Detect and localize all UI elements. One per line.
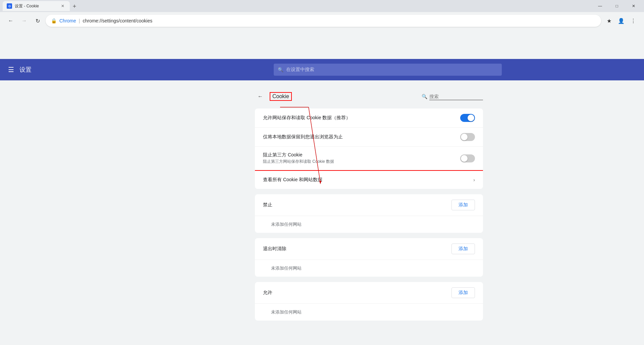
allow-cookies-toggle[interactable] bbox=[460, 114, 475, 122]
more-options-button[interactable]: ⋮ bbox=[628, 15, 639, 26]
active-tab[interactable]: ⚙ 设置 - Cookie ✕ bbox=[3, 1, 70, 11]
block-third-party-row: 阻止第三方 Cookie 阻止第三方网站保存和读取 Cookie 数据 bbox=[255, 147, 483, 170]
local-only-row: 仅将本地数据保留到您退出浏览器为止 bbox=[255, 128, 483, 147]
reload-button[interactable]: ↻ bbox=[32, 15, 43, 26]
address-separator: | bbox=[79, 18, 80, 23]
bookmark-button[interactable]: ★ bbox=[604, 15, 614, 26]
allow-cookies-row: 允许网站保存和读取 Cookie 数据（推荐） bbox=[255, 109, 483, 128]
clear-on-exit-title: 退出时清除 bbox=[263, 246, 286, 252]
block-third-party-sublabel: 阻止第三方网站保存和读取 Cookie 数据 bbox=[263, 159, 460, 164]
content-wrapper: ← Cookie 🔍 允许网站保存和读取 Cooki bbox=[0, 80, 644, 345]
menu-icon[interactable]: ☰ bbox=[8, 66, 14, 74]
nav-bar: ← → ↻ 🔒 Chrome | chrome://settings/conte… bbox=[0, 12, 644, 29]
block-empty-text: 未添加任何网站 bbox=[255, 216, 483, 233]
block-third-party-toggle[interactable] bbox=[460, 154, 475, 162]
view-all-arrow-icon: › bbox=[473, 177, 475, 183]
block-section: 禁止 添加 未添加任何网站 bbox=[255, 194, 483, 233]
page-title: Cookie bbox=[270, 92, 292, 101]
forward-button[interactable]: → bbox=[19, 15, 30, 26]
title-bar: ⚙ 设置 - Cookie ✕ + — □ ✕ bbox=[0, 0, 644, 12]
close-button[interactable]: ✕ bbox=[626, 1, 641, 11]
local-only-label: 仅将本地数据保留到您退出浏览器为止 bbox=[263, 134, 460, 140]
clear-on-exit-header: 退出时清除 添加 bbox=[255, 238, 483, 260]
settings-search-box[interactable]: 🔍 在设置中搜索 bbox=[274, 64, 502, 76]
chrome-label: Chrome bbox=[59, 18, 76, 23]
toggles-card: 允许网站保存和读取 Cookie 数据（推荐） 仅将本地数据保留到您退出浏览器为… bbox=[255, 109, 483, 189]
block-add-button[interactable]: 添加 bbox=[451, 200, 475, 210]
sidebar bbox=[0, 80, 94, 345]
view-all-cookies-label: 查看所有 Cookie 和网站数据 bbox=[263, 177, 322, 183]
tab-favicon: ⚙ bbox=[7, 3, 12, 9]
block-section-title: 禁止 bbox=[263, 202, 272, 208]
lock-icon: 🔒 bbox=[51, 18, 57, 23]
settings-content: ← Cookie 🔍 允许网站保存和读取 Cooki bbox=[255, 80, 483, 345]
cookie-back-button[interactable]: ← bbox=[255, 91, 266, 102]
address-bar[interactable]: 🔒 Chrome | chrome://settings/content/coo… bbox=[46, 15, 601, 27]
section-search-input[interactable] bbox=[429, 93, 483, 100]
clear-on-exit-add-button[interactable]: 添加 bbox=[451, 244, 475, 254]
section-search: 🔍 bbox=[422, 93, 483, 100]
block-section-header: 禁止 添加 bbox=[255, 194, 483, 216]
settings-title: 设置 bbox=[19, 66, 32, 74]
clear-on-exit-empty-text: 未添加任何网站 bbox=[255, 260, 483, 277]
allow-empty-text: 未添加任何网站 bbox=[255, 304, 483, 321]
clear-on-exit-section: 退出时清除 添加 未添加任何网站 bbox=[255, 238, 483, 277]
tab-close-button[interactable]: ✕ bbox=[60, 3, 66, 9]
profile-button[interactable]: 👤 bbox=[616, 15, 627, 26]
section-header-left: ← Cookie bbox=[255, 91, 292, 102]
allow-section-title: 允许 bbox=[263, 290, 272, 296]
settings-panel: ← Cookie 🔍 允许网站保存和读取 Cooki bbox=[94, 80, 644, 345]
section-search-icon: 🔍 bbox=[422, 94, 427, 99]
nav-right-buttons: ★ 👤 ⋮ bbox=[604, 15, 639, 26]
back-button[interactable]: ← bbox=[5, 15, 16, 26]
allow-section: 允许 添加 未添加任何网站 bbox=[255, 282, 483, 321]
main-area: ☰ 设置 🔍 在设置中搜索 ← Cookie bbox=[0, 29, 644, 345]
maximize-button[interactable]: □ bbox=[609, 1, 625, 11]
tab-title: 设置 - Cookie bbox=[15, 3, 39, 9]
allow-add-button[interactable]: 添加 bbox=[451, 287, 475, 298]
block-third-party-label: 阻止第三方 Cookie bbox=[263, 152, 460, 158]
search-placeholder: 在设置中搜索 bbox=[286, 67, 314, 73]
section-header: ← Cookie 🔍 bbox=[255, 87, 483, 109]
settings-header: ☰ 设置 🔍 在设置中搜索 bbox=[0, 59, 644, 80]
view-all-cookies-row[interactable]: 查看所有 Cookie 和网站数据 › bbox=[255, 170, 483, 189]
window-controls: — □ ✕ bbox=[592, 1, 641, 11]
local-only-toggle[interactable] bbox=[460, 133, 475, 141]
minimize-button[interactable]: — bbox=[592, 1, 608, 11]
search-icon: 🔍 bbox=[278, 67, 283, 72]
allow-section-header: 允许 添加 bbox=[255, 282, 483, 304]
allow-cookies-label: 允许网站保存和读取 Cookie 数据（推荐） bbox=[263, 115, 460, 121]
tab-bar: ⚙ 设置 - Cookie ✕ + bbox=[3, 1, 590, 11]
new-tab-button[interactable]: + bbox=[70, 2, 79, 11]
url-path: chrome://settings/content/cookies bbox=[83, 18, 152, 23]
